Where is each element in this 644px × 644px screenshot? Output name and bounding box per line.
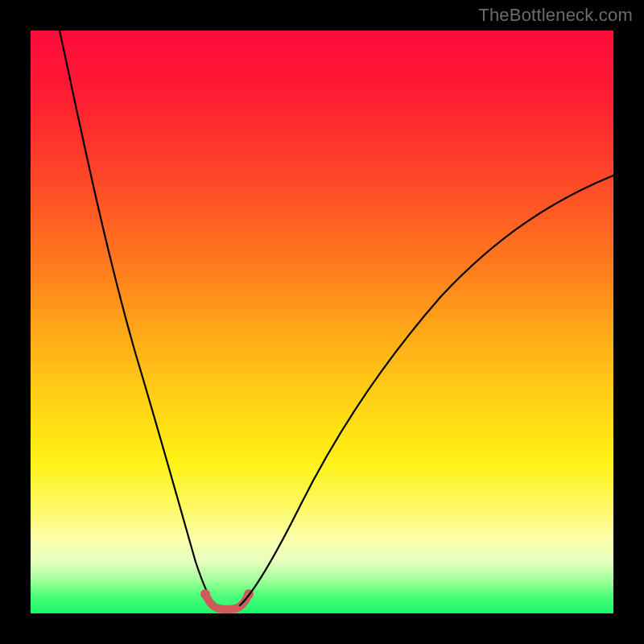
curve-left-branch	[60, 31, 214, 605]
valley-dot-left	[200, 589, 210, 599]
chart-stage: TheBottleneck.com	[0, 0, 644, 644]
plot-area	[31, 31, 613, 613]
watermark-text: TheBottleneck.com	[478, 5, 633, 26]
valley-highlight	[205, 594, 249, 609]
curve-right-branch	[240, 175, 613, 605]
curve-layer	[31, 31, 613, 613]
